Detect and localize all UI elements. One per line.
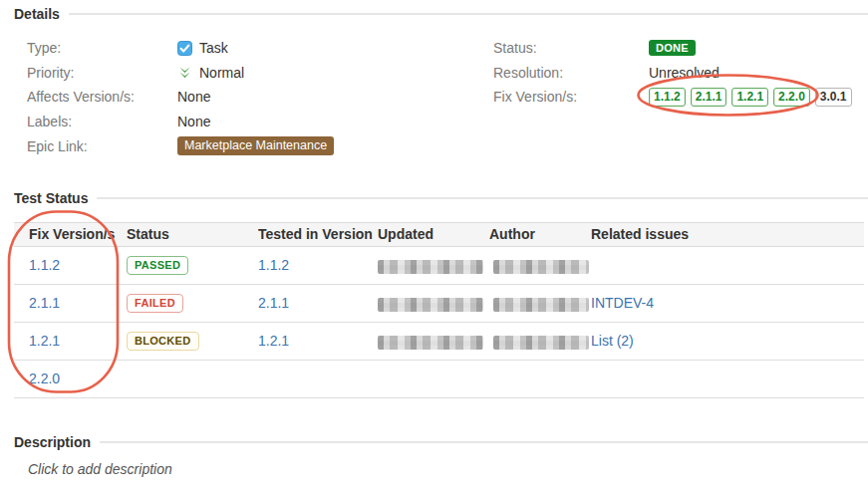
description-section-header: Description [14,434,868,450]
type-label: Type: [27,40,177,56]
tested-in-version-link[interactable]: 2.1.1 [258,295,289,311]
related-issues-cell [591,246,864,284]
details-grid: Type: Task Priority: Normal Af [14,36,868,158]
section-divider [69,13,868,15]
status-badge-failed: FAILED [127,294,183,313]
test-status-section-header: Test Status [14,190,868,206]
field-type: Type: Task [27,36,493,61]
status-badge-blocked: BLOCKED [127,332,199,351]
field-labels: Labels: None [27,110,493,134]
field-epic-link: Epic Link: Marketplace Maintenance [27,133,493,158]
epic-link-badge[interactable]: Marketplace Maintenance [177,136,334,155]
table-row: 2.2.0 [14,360,864,397]
redacted-author-value [493,298,589,312]
task-icon [177,41,192,56]
field-resolution: Resolution: Unresolved [493,61,868,86]
updated-author-cell-empty [378,360,591,397]
table-header-row: Fix Version/s Status Tested in Version U… [14,222,864,246]
affects-versions-label: Affects Version/s: [27,89,177,105]
related-issues-cell [591,360,864,397]
fix-version-pill[interactable]: 1.1.2 [649,88,686,107]
test-status-title: Test Status [14,190,88,206]
fix-version-pill[interactable]: 1.2.1 [731,88,768,107]
field-fix-versions: Fix Version/s: 1.1.2 2.1.1 1.2.1 2.2.0 3… [493,85,868,110]
priority-value: Normal [199,65,244,81]
status-cell-empty [127,360,258,397]
field-status: Status: DONE [493,36,868,61]
status-badge-passed: PASSED [127,256,188,275]
redacted-updated-value [378,260,483,274]
labels-label: Labels: [27,114,177,129]
table-row: 1.1.2 PASSED 1.1.2 [14,246,864,284]
fix-version-link[interactable]: 1.1.2 [29,257,60,273]
status-label: Status: [493,40,649,56]
details-title: Details [14,6,60,22]
tested-in-version-link[interactable]: 1.1.2 [258,257,289,273]
fix-version-link[interactable]: 2.1.1 [29,295,60,311]
type-value: Task [199,40,228,56]
col-author: Author [489,222,591,246]
labels-value: None [177,114,210,129]
table-row: 1.2.1 BLOCKED 1.2.1 List (2) [14,322,864,360]
section-divider [97,197,868,199]
resolution-value: Unresolved [649,65,720,81]
affects-versions-value: None [177,89,210,105]
field-affects-versions: Affects Version/s: None [27,85,493,110]
col-status: Status [127,222,258,246]
col-updated: Updated [378,222,489,246]
related-issue-link[interactable]: List (2) [591,333,634,349]
description-title: Description [14,434,91,450]
details-right-column: Status: DONE Resolution: Unresolved Fix … [493,36,868,158]
redacted-updated-value [378,298,483,312]
status-lozenge-done: DONE [649,40,696,56]
fix-version-pill[interactable]: 2.1.1 [691,88,727,107]
add-description-placeholder[interactable]: Click to add description [14,461,868,477]
priority-label: Priority: [27,65,177,81]
fix-version-pill[interactable]: 2.2.0 [773,88,810,107]
fix-version-pill[interactable]: 3.0.1 [815,88,852,107]
col-related-issues: Related issues [591,222,864,246]
field-priority: Priority: Normal [27,61,493,86]
resolution-label: Resolution: [493,65,649,81]
fix-version-link[interactable]: 2.2.0 [29,370,60,386]
fix-versions-label: Fix Version/s: [493,89,649,105]
redacted-updated-value [378,336,483,350]
details-left-column: Type: Task Priority: Normal Af [14,36,493,158]
fix-version-link[interactable]: 1.2.1 [29,333,60,349]
col-tested-in-version: Tested in Version [258,222,378,246]
tested-in-version-link[interactable]: 1.2.1 [258,333,289,349]
section-divider [100,441,868,443]
issue-details-page: Details Type: Task Priority: [0,0,868,494]
redacted-author-value [493,260,589,274]
test-status-table: Fix Version/s Status Tested in Version U… [14,222,864,398]
related-issue-link[interactable]: INTDEV-4 [591,295,654,311]
tested-in-cell-empty [258,360,378,397]
details-section-header: Details [14,6,868,22]
priority-normal-icon [177,65,192,80]
redacted-author-value [493,336,589,350]
epic-link-label: Epic Link: [27,138,177,154]
table-row: 2.1.1 FAILED 2.1.1 INTDEV-4 [14,284,864,322]
col-fix-versions: Fix Version/s [14,222,127,246]
